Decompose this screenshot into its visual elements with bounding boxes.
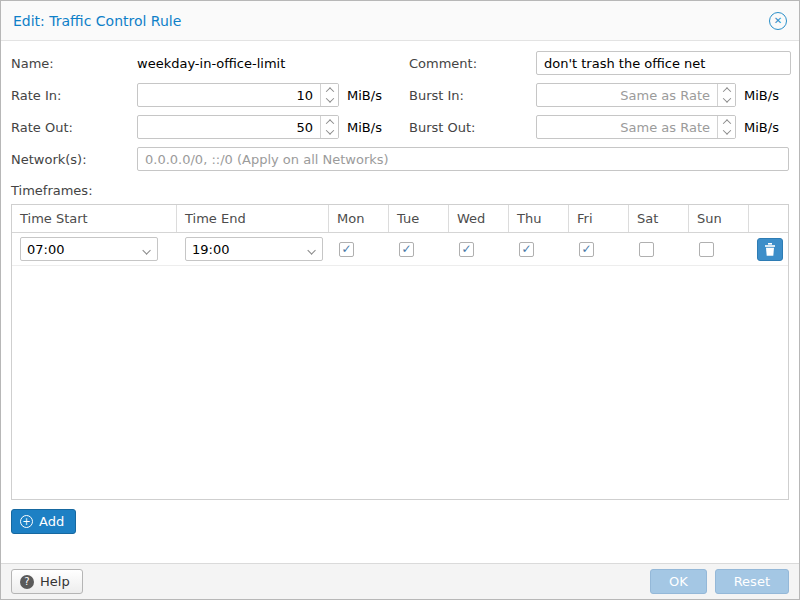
checkbox-sun[interactable] [699, 242, 714, 257]
rate-in-field-wrap [137, 83, 339, 107]
spinner-down-icon[interactable] [325, 94, 333, 102]
comment-input[interactable] [537, 52, 790, 74]
rate-in-label: Rate In: [11, 88, 137, 103]
checkbox-mon[interactable] [339, 242, 354, 257]
checkbox-tue[interactable] [399, 242, 414, 257]
spinner-down-icon[interactable] [722, 94, 730, 102]
col-header-sun[interactable]: Sun [689, 205, 749, 232]
col-header-thu[interactable]: Thu [509, 205, 569, 232]
col-header-sat[interactable]: Sat [629, 205, 689, 232]
delete-row-button[interactable] [757, 238, 783, 261]
rate-in-input[interactable] [138, 84, 320, 106]
burst-in-label: Burst In: [409, 88, 536, 103]
rate-out-spinner[interactable] [320, 116, 338, 138]
time-start-select[interactable]: 07:00 [20, 237, 158, 261]
reset-button[interactable]: Reset [715, 569, 789, 594]
rate-out-field-wrap [137, 115, 339, 139]
col-header-wed[interactable]: Wed [449, 205, 509, 232]
rate-out-label: Rate Out: [11, 120, 137, 135]
time-start-value: 07:00 [27, 242, 64, 257]
add-button[interactable]: + Add [11, 509, 76, 534]
burst-in-spinner[interactable] [717, 84, 735, 106]
close-icon[interactable]: ✕ [769, 12, 787, 30]
rate-out-input[interactable] [138, 116, 320, 138]
networks-field-wrap [137, 147, 789, 171]
trash-icon [764, 243, 776, 256]
burst-out-label: Burst Out: [409, 120, 536, 135]
networks-input[interactable] [138, 148, 788, 170]
time-end-value: 19:00 [192, 242, 229, 257]
burst-in-input[interactable] [537, 84, 717, 106]
networks-label: Network(s): [11, 152, 137, 167]
checkbox-wed[interactable] [459, 242, 474, 257]
comment-label: Comment: [409, 56, 536, 71]
help-button-label: Help [40, 574, 70, 589]
time-end-select[interactable]: 19:00 [185, 237, 323, 261]
spinner-down-icon[interactable] [325, 126, 333, 134]
checkbox-sat[interactable] [639, 242, 654, 257]
timeframes-table: Time Start Time End Mon Tue Wed Thu Fri … [11, 204, 789, 500]
col-header-fri[interactable]: Fri [569, 205, 629, 232]
col-header-tue[interactable]: Tue [389, 205, 449, 232]
checkbox-fri[interactable] [579, 242, 594, 257]
burst-in-field-wrap [536, 83, 736, 107]
timeframes-label: Timeframes: [11, 183, 789, 198]
chevron-down-icon [142, 246, 150, 254]
rate-in-spinner[interactable] [320, 84, 338, 106]
checkbox-thu[interactable] [519, 242, 534, 257]
chevron-down-icon [307, 246, 315, 254]
help-button[interactable]: ? Help [11, 569, 83, 594]
dialog-body: Name: weekday-in-office-limit Comment: R… [1, 41, 799, 563]
add-button-label: Add [39, 514, 64, 529]
burst-out-field-wrap [536, 115, 736, 139]
col-header-time-start[interactable]: Time Start [12, 205, 177, 232]
dialog-footer: ? Help OK Reset [1, 563, 799, 599]
burst-in-unit: MiB/s [744, 88, 779, 103]
spinner-down-icon[interactable] [722, 126, 730, 134]
col-header-actions [749, 205, 788, 232]
col-header-time-end[interactable]: Time End [177, 205, 329, 232]
ok-button[interactable]: OK [650, 569, 707, 594]
burst-out-unit: MiB/s [744, 120, 779, 135]
col-header-mon[interactable]: Mon [329, 205, 389, 232]
rate-out-unit: MiB/s [347, 120, 382, 135]
comment-field-wrap [536, 51, 791, 75]
plus-circle-icon: + [20, 515, 33, 528]
name-label: Name: [11, 56, 137, 71]
rate-in-unit: MiB/s [347, 88, 382, 103]
timeframes-table-header: Time Start Time End Mon Tue Wed Thu Fri … [12, 205, 788, 233]
name-value: weekday-in-office-limit [137, 56, 285, 71]
question-circle-icon: ? [20, 575, 34, 589]
dialog-titlebar: Edit: Traffic Control Rule ✕ [1, 1, 799, 41]
burst-out-spinner[interactable] [717, 116, 735, 138]
burst-out-input[interactable] [537, 116, 717, 138]
table-row: 07:00 19:00 [12, 233, 788, 266]
dialog-title: Edit: Traffic Control Rule [13, 13, 181, 29]
